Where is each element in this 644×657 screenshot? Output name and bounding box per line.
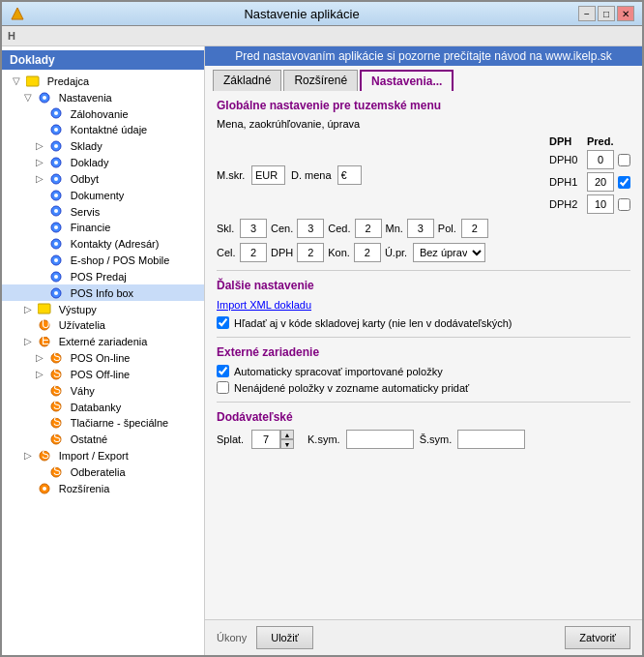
sidebar-item-financie[interactable]: · Financie <box>2 219 204 235</box>
sidebar-item-rozsirenia[interactable]: · Rozšírenia <box>2 480 204 496</box>
dph-input[interactable] <box>297 243 324 262</box>
sidebar-item-kontakty-label: Kontakty (Adresár) <box>71 238 160 250</box>
sidebar-item-predajca[interactable]: ▽ Predajca <box>2 73 204 89</box>
tab-extended[interactable]: Rozšírené <box>283 70 358 91</box>
sidebar-item-kontaktne-label: Kontaktné údaje <box>71 124 148 135</box>
sidebar-item-eshop-label: E-shop / POS Mobile <box>71 254 170 266</box>
tab-active[interactable]: Nastavenia... <box>360 70 454 91</box>
ssym-input[interactable] <box>457 430 525 449</box>
svg-point-11 <box>54 161 58 164</box>
window-title: Nastavenie aplikácie <box>25 7 578 21</box>
minimize-button[interactable]: − <box>578 6 596 21</box>
dph1-row: DPH1 <box>549 172 630 192</box>
ced-input[interactable] <box>355 219 382 238</box>
pol-input[interactable] <box>461 219 488 238</box>
pos-offline-icon: S <box>49 368 65 381</box>
posinfobox-icon <box>49 286 65 300</box>
sidebar-item-zalohovanie[interactable]: · Zálohovanie <box>2 105 204 122</box>
check2-checkbox[interactable] <box>217 365 229 377</box>
svg-text:S: S <box>53 368 61 380</box>
sidebar-item-dokumenty[interactable]: · Dokumenty <box>2 187 204 203</box>
dmena-label: D. mena <box>291 169 332 181</box>
sidebar-item-vahy[interactable]: · S Váhy <box>2 382 204 399</box>
close-button[interactable]: Zatvoriť <box>565 626 630 649</box>
sidebar-item-pospredaj[interactable]: · POS Predaj <box>2 268 204 284</box>
sidebar-item-vystupy[interactable]: ▷ Výstupy <box>2 301 204 317</box>
sidebar-item-servis-label: Servis <box>71 205 101 217</box>
sidebar-item-doklady[interactable]: ▷ Doklady <box>2 154 204 170</box>
import-xml-link[interactable]: Import XML dokladu <box>217 299 311 311</box>
sidebar-item-servis[interactable]: · Servis <box>2 203 204 220</box>
svg-point-7 <box>54 128 58 132</box>
sidebar-item-odberatelia[interactable]: · S Odberatelia <box>2 463 204 480</box>
sidebar-item-odbyt[interactable]: ▷ Odbyt <box>2 170 204 187</box>
spinner-down-button[interactable]: ▼ <box>280 439 294 449</box>
skl-input[interactable] <box>240 219 267 238</box>
svg-rect-28 <box>38 304 50 314</box>
decimal-row2: Cel. DPH Kon. Ú.pr. Bez úprav <box>217 243 630 262</box>
sidebar-item-odberatelia-label: Odberatelia <box>71 466 126 478</box>
sidebar-item-pos-offline[interactable]: ▷ S POS Off-line <box>2 366 204 382</box>
sidebar-item-nastavenia[interactable]: ▽ Nastavenia <box>2 89 204 105</box>
kon-input[interactable] <box>354 243 381 262</box>
dph0-input[interactable] <box>587 150 614 169</box>
dph0-checkbox[interactable] <box>618 154 630 166</box>
sidebar-item-kontakty[interactable]: · Kontakty (Adresár) <box>2 235 204 252</box>
sidebar-item-sklady[interactable]: ▷ Sklady <box>2 137 204 154</box>
eshop-icon <box>49 254 65 267</box>
sidebar-item-import-export[interactable]: ▷ S Import / Export <box>2 447 204 463</box>
ksym-label: K.sym. <box>307 433 340 445</box>
dph1-input[interactable] <box>587 172 614 192</box>
mn-input[interactable] <box>407 219 434 238</box>
kontaktne-icon <box>49 123 65 136</box>
toolbar-label: H <box>8 30 15 42</box>
vahy-icon: S <box>49 384 65 398</box>
close-button[interactable]: ✕ <box>617 6 634 21</box>
mskr-input[interactable] <box>251 165 285 185</box>
maximize-button[interactable]: □ <box>598 6 615 21</box>
predajca-icon <box>26 75 42 88</box>
svg-point-23 <box>54 258 58 262</box>
svg-text:S: S <box>53 400 61 412</box>
sidebar-item-tlaciarne[interactable]: · S Tlačiarne - špeciálne <box>2 414 204 431</box>
dmena-input[interactable] <box>337 165 362 185</box>
sidebar-item-kontaktne[interactable]: · Kontaktné údaje <box>2 121 204 137</box>
spinner-up-button[interactable]: ▲ <box>280 430 294 439</box>
pol-label: Pol. <box>438 223 457 234</box>
ksym-input[interactable] <box>346 430 414 449</box>
svg-point-13 <box>54 177 58 181</box>
splat-input[interactable] <box>251 430 280 449</box>
check1-checkbox[interactable] <box>217 316 229 329</box>
odberatelia-icon: S <box>49 465 65 479</box>
ssym-label: Š.sym. <box>420 433 453 445</box>
sidebar-item-posinfobox[interactable]: · POS Info box <box>2 284 204 301</box>
tab-basic[interactable]: Základné <box>213 70 281 91</box>
upr-select[interactable]: Bez úprav <box>413 243 485 262</box>
sidebar-item-ext-zariadenia[interactable]: ▷ E Externé zariadenia <box>2 333 204 349</box>
external-section-title: Externé zariadenie <box>217 345 630 359</box>
dph2-checkbox[interactable] <box>618 198 630 211</box>
tab-active-label: Nastavenia... <box>371 75 442 88</box>
main-area: Doklady ▽ Predajca ▽ Nastavenia · <box>2 46 642 655</box>
svg-text:S: S <box>42 449 49 462</box>
doklady-icon <box>49 156 65 169</box>
cen-input[interactable] <box>297 219 324 238</box>
sidebar-item-uzivatelia[interactable]: · U Užívatelia <box>2 316 204 333</box>
cel-input[interactable] <box>240 243 267 262</box>
tabs-container: Základné Rozšírené Nastavenia... <box>205 66 642 91</box>
dph2-input[interactable] <box>587 194 614 214</box>
expand-predajca[interactable]: ▽ <box>10 75 23 86</box>
sidebar-item-ostatne[interactable]: · S Ostatné <box>2 431 204 447</box>
dph1-checkbox[interactable] <box>618 176 630 189</box>
expand-nastavenia[interactable]: ▽ <box>21 92 35 103</box>
check3-checkbox[interactable] <box>217 381 229 394</box>
sidebar-item-databanky[interactable]: · S Databanky <box>2 399 204 415</box>
sidebar-item-pospredaj-label: POS Predaj <box>71 271 127 283</box>
sidebar-item-ostatne-label: Ostatné <box>71 433 108 445</box>
sidebar-item-eshop[interactable]: · E-shop / POS Mobile <box>2 252 204 268</box>
dph-group: DPH Pred. DPH0 DPH1 <box>549 135 630 214</box>
save-button[interactable]: Uložiť <box>256 626 313 649</box>
check2-label: Automaticky spracovať importované položk… <box>234 366 443 377</box>
svg-point-19 <box>54 225 58 229</box>
sidebar-item-pos-online[interactable]: ▷ S POS On-line <box>2 349 204 366</box>
